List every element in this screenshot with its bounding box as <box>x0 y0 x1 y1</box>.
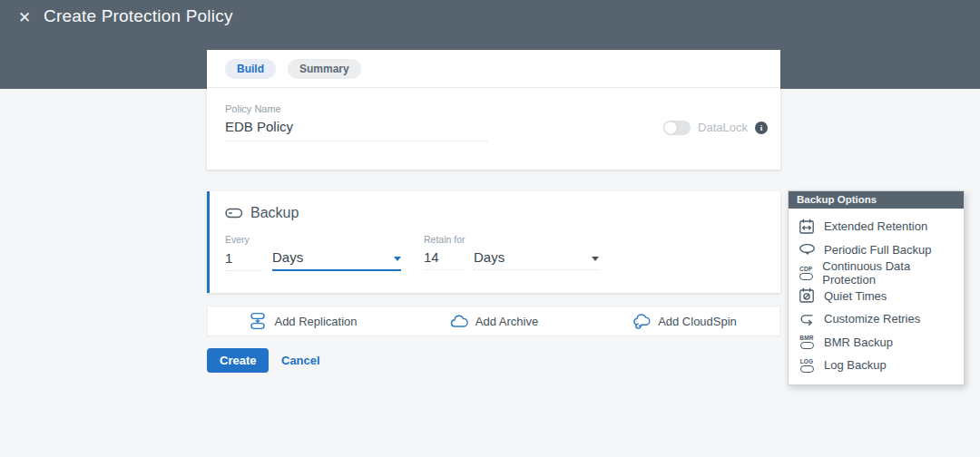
every-label: Every <box>225 234 401 245</box>
cloud-icon <box>449 314 468 329</box>
add-replication-label: Add Replication <box>274 315 357 328</box>
create-button[interactable]: Create <box>207 348 269 373</box>
add-actions-bar: Add Replication Add Archive Add CloudSpi… <box>207 306 780 336</box>
option-label: Periodic Full Backup <box>824 243 932 257</box>
add-archive-button[interactable]: Add Archive <box>398 314 589 329</box>
datalock-label: DataLock <box>698 121 748 134</box>
retain-label: Retain for <box>424 234 599 245</box>
policy-name-input[interactable] <box>225 119 487 141</box>
replication-icon <box>249 312 267 330</box>
backup-options-panel: Backup Options Extended Retention <box>788 190 965 385</box>
page-title: Create Protection Policy <box>44 6 233 26</box>
option-extended-retention[interactable]: Extended Retention <box>789 215 964 238</box>
toggle-knob <box>664 122 677 134</box>
option-quiet-times[interactable]: Quiet Times <box>789 285 964 308</box>
cancel-button[interactable]: Cancel <box>281 354 320 367</box>
retry-arrow-icon <box>798 311 816 327</box>
option-label: Extended Retention <box>824 219 927 233</box>
calendar-range-icon <box>798 219 816 235</box>
close-icon[interactable]: ✕ <box>13 6 36 30</box>
bmr-icon: BMR <box>798 335 816 349</box>
option-label: BMR Backup <box>824 335 893 349</box>
every-unit-value: Days <box>272 249 303 265</box>
create-protection-policy-dialog: ✕ Create Protection Policy Build Summary… <box>0 0 980 457</box>
policy-name-label: Policy Name <box>225 103 768 114</box>
add-cloudspin-label: Add CloudSpin <box>658 315 737 328</box>
info-icon[interactable]: i <box>755 122 768 134</box>
every-value-input[interactable] <box>225 250 263 271</box>
option-label: Quiet Times <box>824 289 887 303</box>
cdp-icon: CDP <box>798 266 814 280</box>
tab-summary[interactable]: Summary <box>288 59 361 79</box>
calendar-blocked-icon <box>798 287 816 304</box>
cloud-spin-icon <box>632 313 651 330</box>
option-label: Continuous Data Protection <box>822 259 955 287</box>
chevron-down-icon <box>592 257 599 261</box>
retain-unit-select[interactable]: Days <box>474 249 599 270</box>
step-tabs: Build Summary <box>207 50 780 88</box>
backup-section-title: Backup <box>250 205 299 221</box>
chevron-down-icon <box>394 257 401 261</box>
retain-value-input[interactable] <box>424 249 465 270</box>
backup-section: Backup Every Days Retain for <box>207 191 780 293</box>
add-cloudspin-button[interactable]: Add CloudSpin <box>589 313 779 330</box>
policy-card: Build Summary Policy Name DataLock i <box>207 50 780 170</box>
full-backup-icon <box>798 243 816 257</box>
tab-build[interactable]: Build <box>225 59 276 79</box>
add-replication-button[interactable]: Add Replication <box>208 312 398 330</box>
option-label: Customize Retries <box>824 312 920 326</box>
option-customize-retries[interactable]: Customize Retries <box>789 307 964 331</box>
option-continuous-data-protection[interactable]: CDP Continuous Data Protection <box>789 261 964 285</box>
backup-options-header: Backup Options <box>789 191 964 209</box>
option-log-backup[interactable]: LOG Log Backup <box>789 354 964 377</box>
add-archive-label: Add Archive <box>475 315 538 328</box>
option-periodic-full-backup[interactable]: Periodic Full Backup <box>789 238 964 262</box>
retain-unit-value: Days <box>474 249 505 265</box>
log-icon: LOG <box>798 358 816 373</box>
backup-capsule-icon <box>225 208 243 219</box>
option-label: Log Backup <box>824 358 887 372</box>
every-unit-select[interactable]: Days <box>272 249 401 271</box>
option-bmr-backup[interactable]: BMR BMR Backup <box>789 331 964 355</box>
datalock-toggle[interactable] <box>663 121 691 135</box>
